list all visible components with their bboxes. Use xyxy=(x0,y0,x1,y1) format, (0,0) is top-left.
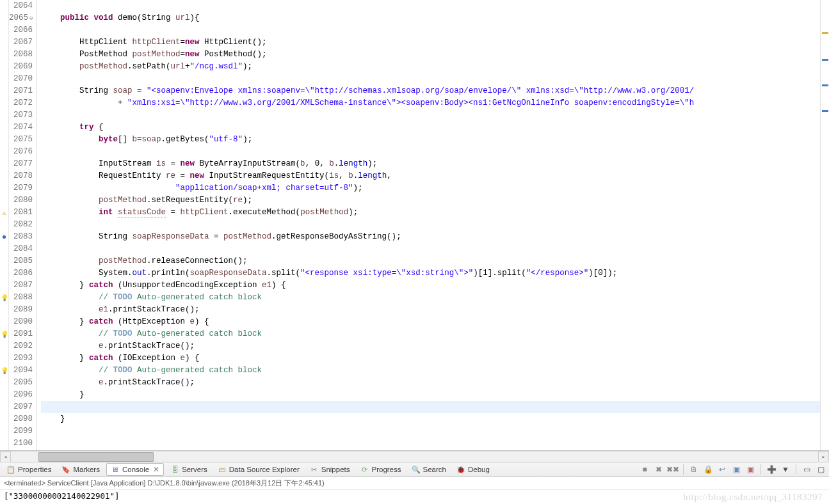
line-number: 2067 xyxy=(9,36,33,49)
code-line[interactable] xyxy=(41,109,820,122)
console-launch-header: <terminated> ServiceClient [Java Applica… xyxy=(0,477,829,490)
view-tab-debug[interactable]: 🐞Debug xyxy=(453,464,494,475)
line-number: 2078 xyxy=(9,170,33,182)
code-line[interactable]: } xyxy=(41,389,820,401)
line-number: 2100 xyxy=(9,437,33,450)
code-line[interactable] xyxy=(41,437,820,450)
code-line[interactable]: public void demo(String url){ xyxy=(41,12,820,24)
line-number: 2066 xyxy=(9,24,33,36)
code-line[interactable] xyxy=(41,425,820,437)
code-line[interactable] xyxy=(41,219,820,231)
code-line[interactable]: try { xyxy=(41,122,820,134)
code-line[interactable]: String soap = "<soapenv:Envelope xmlns:s… xyxy=(41,85,820,97)
minimize-icon[interactable]: ▭ xyxy=(801,464,812,475)
line-number: 2073 xyxy=(9,109,33,122)
markers-icon: 🔖 xyxy=(61,465,70,474)
word-wrap-icon[interactable]: ↩ xyxy=(716,464,728,475)
line-number: 2070 xyxy=(9,73,33,85)
line-number: 2082 xyxy=(9,219,33,231)
data-source-explorer-icon: 🗃 xyxy=(218,465,227,474)
watermark-text: http://blog.csdn.net/qq_31183297 xyxy=(683,492,823,503)
scroll-right-icon[interactable]: ▸ xyxy=(818,452,829,462)
code-line[interactable]: String soapResponseData = postMethod.get… xyxy=(41,231,820,243)
show-console-icon[interactable]: ▣ xyxy=(730,464,742,475)
view-tab-search[interactable]: 🔍Search xyxy=(408,464,450,475)
line-number: 2088 xyxy=(9,292,33,304)
display-selected-console-icon[interactable]: ▼ xyxy=(780,464,791,475)
line-number: 2097 xyxy=(9,401,33,413)
code-line[interactable]: // TODO Auto-generated catch block xyxy=(41,365,820,377)
line-number: 2089 xyxy=(9,304,33,316)
quickfix-icon[interactable]: 💡 xyxy=(0,292,8,304)
view-tab-properties[interactable]: 📋Properties xyxy=(3,464,55,475)
overview-ruler[interactable] xyxy=(820,0,829,450)
code-line[interactable]: } catch (IOException e) { xyxy=(41,352,820,365)
code-editor[interactable]: public void demo(String url){ HttpClient… xyxy=(37,0,820,450)
properties-icon: 📋 xyxy=(6,465,15,474)
code-line[interactable]: // TODO Auto-generated catch block xyxy=(41,328,820,340)
quickfix-icon[interactable]: 💡 xyxy=(0,328,8,340)
line-number: 2085 xyxy=(9,255,33,267)
code-line[interactable]: } xyxy=(41,413,820,425)
console-output[interactable]: ["33000000002140022901"] http://blog.csd… xyxy=(0,490,829,504)
scrollbar-thumb[interactable] xyxy=(38,452,154,462)
view-tab-console[interactable]: 🖥Console✕ xyxy=(106,463,164,476)
code-line[interactable]: HttpClient httpClient=new HttpClient(); xyxy=(41,36,820,49)
view-tab-markers[interactable]: 🔖Markers xyxy=(58,464,104,475)
line-number: 2072 xyxy=(9,97,33,109)
terminate-icon[interactable]: ■ xyxy=(639,464,650,475)
view-tab-label: Servers xyxy=(182,466,207,473)
line-number: 2080 xyxy=(9,194,33,207)
scroll-lock-icon[interactable]: 🔒 xyxy=(702,464,714,475)
line-number-gutter[interactable]: 2064206520662067206820692070207120722073… xyxy=(9,0,37,450)
toolbar-separator xyxy=(683,464,684,475)
snippets-icon: ✂ xyxy=(310,465,319,474)
close-icon[interactable]: ✕ xyxy=(153,465,159,474)
code-line[interactable]: } catch (HttpException e) { xyxy=(41,316,820,328)
quickfix-icon[interactable]: 💡 xyxy=(0,365,8,377)
view-tab-snippets[interactable]: ✂Snippets xyxy=(306,464,354,475)
code-line[interactable]: } catch (UnsupportedEncodingException e1… xyxy=(41,280,820,292)
code-line[interactable]: e.printStackTrace(); xyxy=(41,377,820,389)
marker-ruler[interactable]: ⚠●💡💡💡 xyxy=(0,0,9,450)
code-line[interactable]: System.out.println(soapResponseData.spli… xyxy=(41,267,820,280)
remove-all-icon[interactable]: ✖✖ xyxy=(667,464,679,475)
code-line[interactable] xyxy=(41,243,820,255)
code-line[interactable]: e1.printStackTrace(); xyxy=(41,304,820,316)
open-console-icon[interactable]: ➕ xyxy=(766,464,777,475)
code-line[interactable] xyxy=(41,0,820,12)
code-line[interactable] xyxy=(41,401,820,413)
view-tab-data-source-explorer[interactable]: 🗃Data Source Explorer xyxy=(214,464,303,475)
view-tab-label: Progress xyxy=(372,466,401,473)
warning-icon[interactable]: ⚠ xyxy=(0,207,8,219)
code-line[interactable]: RequestEntity re = new InputStreamReques… xyxy=(41,170,820,182)
show-console-on-err-icon[interactable]: ▣ xyxy=(744,464,756,475)
code-line[interactable]: // TODO Auto-generated catch block xyxy=(41,292,820,304)
code-line[interactable]: byte[] b=soap.getBytes("utf-8"); xyxy=(41,134,820,146)
scroll-left-icon[interactable]: ◂ xyxy=(0,452,11,462)
code-line[interactable]: "application/soap+xml; charset=utf-8"); xyxy=(41,182,820,194)
maximize-icon[interactable]: ▢ xyxy=(815,464,826,475)
code-line[interactable]: int statusCode = httpClient.executeMetho… xyxy=(41,207,820,219)
line-number: 2099 xyxy=(9,425,33,437)
code-line[interactable]: e.printStackTrace(); xyxy=(41,340,820,352)
code-line[interactable] xyxy=(41,146,820,158)
remove-launch-icon[interactable]: ✖ xyxy=(653,464,664,475)
breakpoint-icon[interactable]: ● xyxy=(0,231,8,243)
code-line[interactable] xyxy=(41,24,820,36)
line-number: 2068 xyxy=(9,49,33,61)
code-line[interactable]: InputStream is = new ByteArrayInputStrea… xyxy=(41,158,820,170)
line-number: 2077 xyxy=(9,158,33,170)
code-line[interactable]: postMethod.setRequestEntity(re); xyxy=(41,194,820,207)
code-line[interactable]: + "xmlns:xsi=\"http://www.w3.org/2001/XM… xyxy=(41,97,820,109)
code-line[interactable]: postMethod.releaseConnection(); xyxy=(41,255,820,267)
code-line[interactable] xyxy=(41,73,820,85)
view-tab-progress[interactable]: ⟳Progress xyxy=(357,464,405,475)
clear-console-icon[interactable]: 🗎 xyxy=(688,464,700,475)
horizontal-scrollbar[interactable]: ◂ ▸ xyxy=(0,451,829,462)
view-tab-servers[interactable]: 🗄Servers xyxy=(166,464,211,475)
code-line[interactable]: postMethod.setPath(url+"/ncg.wsdl"); xyxy=(41,61,820,73)
line-number: 2094 xyxy=(9,365,33,377)
line-number: 2071 xyxy=(9,85,33,97)
code-line[interactable]: PostMethod postMethod=new PostMethod(); xyxy=(41,49,820,61)
